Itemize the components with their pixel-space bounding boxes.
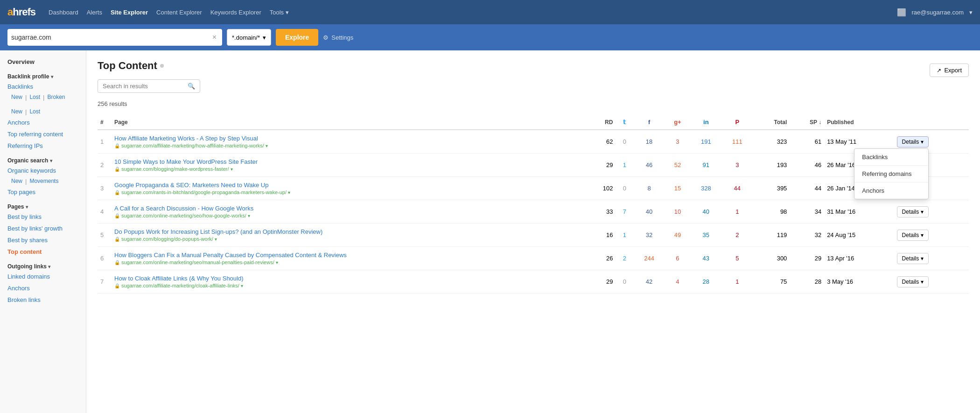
nav-site-explorer[interactable]: Site Explorer (111, 9, 148, 16)
row-gplus: 3 (665, 130, 691, 154)
page-url: 🔒 sugarrae.com/blogging/make-wordpress-f… (114, 166, 581, 172)
nav-alerts[interactable]: Alerts (87, 9, 102, 16)
row-num: 5 (98, 224, 112, 247)
row-rd: 29 (584, 154, 616, 177)
sidebar-item-anchors-out[interactable]: Anchors (0, 282, 86, 294)
sidebar-item-referring-ips[interactable]: Referring IPs (0, 140, 86, 152)
page-link[interactable]: Do Popups Work for Increasing List Sign-… (114, 228, 322, 235)
sidebar-sub-broken-backlinks[interactable]: Broken (47, 94, 65, 101)
sidebar-sub-lost-backlinks[interactable]: Lost (29, 94, 40, 101)
table-header-row: Top Content 🔍 256 results ↗ Export (98, 60, 969, 115)
sidebar-sub-lost-rd[interactable]: Lost (29, 108, 40, 115)
user-email[interactable]: rae@sugarrae.com (912, 9, 964, 16)
row-pinterest: 2 (721, 224, 753, 247)
page-link[interactable]: How Affiliate Marketing Works - A Step b… (114, 135, 258, 142)
col-pinterest: P (721, 115, 753, 130)
details-button[interactable]: Details ▾ (897, 253, 929, 264)
search-results-input[interactable] (103, 83, 185, 90)
url-dropdown-icon[interactable]: ▾ (215, 237, 217, 242)
search-icon[interactable]: 🔍 (188, 83, 195, 90)
sidebar-sub-movements[interactable]: Movements (29, 178, 58, 185)
row-published: 31 Mar '16 (824, 200, 894, 224)
url-dropdown-icon[interactable]: ▾ (276, 260, 278, 265)
row-gplus: 10 (665, 200, 691, 224)
col-num: # (98, 115, 112, 130)
nav-keywords-explorer[interactable]: Keywords Explorer (210, 9, 261, 16)
sidebar-section-backlink-profile: Backlink profile ▾ (0, 70, 86, 81)
url-dropdown-icon[interactable]: ▾ (248, 213, 250, 218)
url-dropdown-icon[interactable]: ▾ (288, 190, 290, 195)
col-facebook: f (634, 115, 665, 130)
row-page: Do Popups Work for Increasing List Sign-… (112, 224, 584, 247)
export-button[interactable]: ↗ Export (930, 63, 969, 77)
row-actions: Details ▾ (894, 224, 969, 247)
sidebar-item-referring-domains[interactable] (0, 102, 86, 107)
row-sp: 32 (790, 224, 824, 247)
sidebar-item-best-by-shares[interactable]: Best by shares (0, 234, 86, 246)
nav-dashboard[interactable]: Dashboard (49, 9, 78, 16)
domain-input-wrap: × (7, 29, 222, 46)
sidebar-item-best-by-links-growth[interactable]: Best by links' growth (0, 223, 86, 234)
sidebar-sub-new-keywords[interactable]: New (11, 178, 22, 185)
sidebar-item-anchors[interactable]: Anchors (0, 117, 86, 128)
chevron-down-icon: ▾ (921, 139, 924, 145)
settings-button[interactable]: ⚙ Settings (323, 34, 353, 41)
window-icon[interactable]: ⬜ (897, 8, 906, 17)
sidebar-item-top-content[interactable]: Top content (0, 246, 86, 258)
row-rd: 26 (584, 247, 616, 270)
clear-button[interactable]: × (210, 33, 218, 42)
page-link[interactable]: How to Cloak Affiliate Links (& Why You … (114, 275, 244, 282)
sidebar-item-top-referring-content[interactable]: Top referring content (0, 128, 86, 140)
row-page: How Affiliate Marketing Works - A Step b… (112, 130, 584, 154)
details-dropdown-menu: Backlinks Referring domains Anchors (854, 148, 929, 199)
table-row: 7 How to Cloak Affiliate Links (& Why Yo… (98, 270, 969, 294)
row-gplus: 15 (665, 177, 691, 200)
nav-content-explorer[interactable]: Content Explorer (156, 9, 202, 16)
title-dot (160, 64, 164, 68)
page-url: 🔒 sugarrae.com/online-marketing/seo/manu… (114, 259, 581, 265)
table-row: 6 How Bloggers Can Fix a Manual Penalty … (98, 247, 969, 270)
row-total: 193 (753, 154, 790, 177)
details-button[interactable]: Details ▾ (897, 276, 929, 287)
explore-button[interactable]: Explore (276, 29, 318, 46)
page-link[interactable]: 10 Simple Ways to Make Your WordPress Si… (114, 158, 258, 165)
sidebar-item-top-pages[interactable]: Top pages (0, 186, 86, 198)
details-button[interactable]: Details ▾ (897, 136, 929, 147)
domain-input[interactable] (11, 34, 210, 41)
url-dropdown-icon[interactable]: ▾ (266, 143, 268, 148)
dropdown-item-backlinks[interactable]: Backlinks (854, 149, 928, 165)
row-total: 323 (753, 130, 790, 154)
sidebar-sub-new-backlinks[interactable]: New (11, 94, 22, 101)
sidebar-item-organic-keywords[interactable]: Organic keywords (0, 165, 86, 176)
row-pinterest: 1 (721, 200, 753, 224)
row-twitter: 7 (616, 200, 633, 224)
row-facebook: 46 (634, 154, 665, 177)
dropdown-item-referring-domains[interactable]: Referring domains (854, 165, 928, 182)
sidebar-item-broken-links[interactable]: Broken links (0, 294, 86, 306)
page-link[interactable]: How Bloggers Can Fix a Manual Penalty Ca… (114, 252, 347, 259)
sidebar-item-best-by-links[interactable]: Best by links (0, 211, 86, 223)
url-dropdown-icon[interactable]: ▾ (241, 283, 243, 288)
sidebar-item-overview[interactable]: Overview (0, 56, 86, 68)
page-url: 🔒 sugarrae.com/blogging/do-popups-work/ … (114, 236, 581, 242)
page-title: Top Content (98, 60, 200, 72)
row-published: 24 Aug '15 (824, 224, 894, 247)
sidebar-section-pages: Pages ▾ (0, 201, 86, 211)
page-link[interactable]: Google Propaganda & SEO: Marketers Need … (114, 182, 268, 189)
nav-right: ⬜ rae@sugarrae.com ▾ (897, 8, 973, 17)
sidebar-sub-new-rd[interactable]: New (11, 108, 22, 115)
lock-icon: 🔒 (114, 283, 120, 288)
details-button[interactable]: Details ▾ (897, 206, 929, 217)
row-published: 3 May '16 (824, 270, 894, 294)
sidebar-item-linked-domains[interactable]: Linked domains (0, 271, 86, 282)
sidebar-item-backlinks[interactable]: Backlinks (0, 81, 86, 92)
url-dropdown-icon[interactable]: ▾ (231, 167, 233, 172)
dropdown-item-anchors[interactable]: Anchors (854, 182, 928, 199)
row-twitter: 1 (616, 224, 633, 247)
details-button[interactable]: Details ▾ (897, 230, 929, 241)
domain-type-select[interactable]: *.domain/* ▾ (227, 29, 271, 46)
col-sp: SP ↓ (790, 115, 824, 130)
nav-tools[interactable]: Tools ▾ (270, 9, 289, 16)
row-total: 75 (753, 270, 790, 294)
page-link[interactable]: A Call for a Search Discussion - How Goo… (114, 205, 253, 212)
